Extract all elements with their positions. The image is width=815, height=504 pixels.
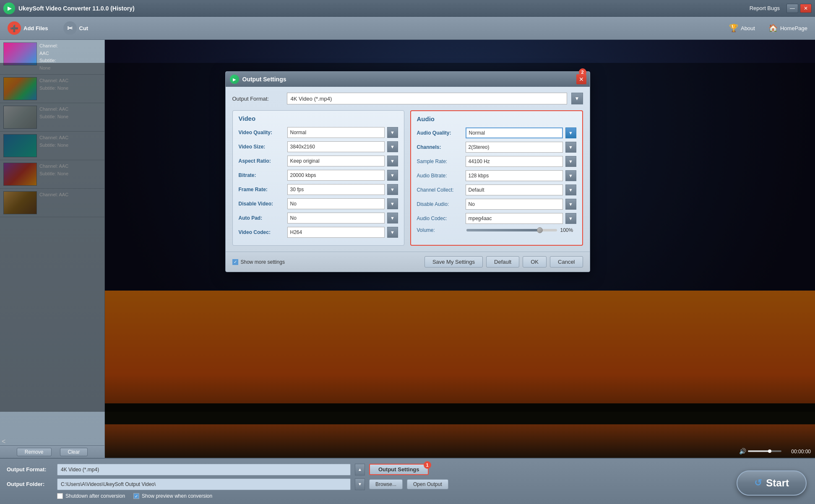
audio-quality-label: Audio Quality: xyxy=(417,130,463,136)
audio-quality-arrow[interactable]: ▼ xyxy=(565,127,576,138)
open-output-button[interactable]: Open Output xyxy=(407,479,448,489)
dialog-footer-buttons: Save My Settings Default OK Cancel xyxy=(424,256,583,268)
cancel-button[interactable]: Cancel xyxy=(550,256,583,268)
ok-button[interactable]: OK xyxy=(523,256,547,268)
audio-bitrate-select[interactable] xyxy=(466,170,563,181)
file-thumbnail xyxy=(3,42,37,65)
homepage-label: HomePage xyxy=(780,25,807,31)
shutdown-checkbox-item[interactable]: Shutdown after conversion xyxy=(57,493,125,499)
output-settings-badge: 1 xyxy=(424,461,431,469)
dialog-logo: ▶ xyxy=(230,75,239,84)
autopad-label: Auto Pad: xyxy=(239,215,285,221)
disable-audio-label: Disable Audio: xyxy=(417,201,463,207)
channel-collect-select[interactable] xyxy=(466,184,563,195)
output-settings-button[interactable]: Output Settings 1 xyxy=(369,464,429,475)
video-size-select[interactable] xyxy=(287,141,385,152)
output-format-bottom-arrow[interactable]: ▲ xyxy=(355,464,365,475)
video-size-arrow[interactable]: ▼ xyxy=(387,141,398,152)
show-preview-checkbox-item[interactable]: Show preview when conversion xyxy=(133,493,212,499)
output-folder-input[interactable] xyxy=(57,478,351,490)
sample-rate-select[interactable] xyxy=(466,156,563,167)
cut-button[interactable]: ✂ Cut xyxy=(60,20,92,36)
show-more-checkbox[interactable] xyxy=(232,259,238,265)
report-bugs-label: Report Bugs xyxy=(750,5,780,11)
volume-label: Volume: xyxy=(417,227,463,233)
output-format-bottom-label: Output Format: xyxy=(7,466,53,473)
video-quality-row: Video Quality: ▼ xyxy=(239,127,398,138)
output-folder-row: Output Folder: ▼ Browse... Open Output xyxy=(7,478,808,490)
video-panel: Video Video Quality: ▼ Video Size: ▼ xyxy=(232,110,404,246)
disable-audio-arrow[interactable]: ▼ xyxy=(565,199,576,210)
bitrate-select[interactable] xyxy=(287,170,385,181)
remove-button[interactable]: Remove xyxy=(17,448,52,456)
audio-quality-select[interactable] xyxy=(466,127,563,138)
shutdown-checkbox[interactable] xyxy=(57,493,63,499)
framerate-arrow[interactable]: ▼ xyxy=(387,184,398,195)
audio-codec-label: Audio Codec: xyxy=(417,216,463,221)
video-quality-select[interactable] xyxy=(287,127,385,138)
autopad-arrow[interactable]: ▼ xyxy=(387,213,398,223)
app-title: UkeySoft Video Converter 11.0.0 (History… xyxy=(18,5,135,12)
clear-button[interactable]: Clear xyxy=(60,448,88,456)
disable-video-arrow[interactable]: ▼ xyxy=(387,198,398,209)
aspect-ratio-select[interactable] xyxy=(287,156,385,166)
output-format-select[interactable] xyxy=(287,93,567,104)
panels-row: Video Video Quality: ▼ Video Size: ▼ xyxy=(232,110,583,246)
channels-select[interactable] xyxy=(466,142,563,153)
show-more-settings[interactable]: Show more settings xyxy=(232,259,285,265)
start-button[interactable]: ↺ Start xyxy=(737,470,807,496)
video-quality-arrow[interactable]: ▼ xyxy=(387,127,398,138)
audio-codec-arrow[interactable]: ▼ xyxy=(565,213,576,224)
default-button[interactable]: Default xyxy=(486,256,519,268)
title-left: ▶ UkeySoft Video Converter 11.0.0 (Histo… xyxy=(3,3,135,14)
bitrate-arrow[interactable]: ▼ xyxy=(387,170,398,181)
disable-video-select[interactable] xyxy=(287,198,385,209)
cut-icon: ✂ xyxy=(63,21,77,35)
toolbar: ➕ Add Files ✂ Cut 🏆 About 🏠 HomePage xyxy=(0,17,815,40)
close-button[interactable]: ✕ xyxy=(800,4,812,13)
video-quality-label: Video Quality: xyxy=(239,130,285,135)
video-codec-arrow[interactable]: ▼ xyxy=(387,227,398,238)
output-folder-arrow[interactable]: ▼ xyxy=(355,478,365,490)
app-logo: ▶ xyxy=(3,3,15,14)
video-codec-label: Video Codec: xyxy=(239,229,285,235)
framerate-select[interactable] xyxy=(287,184,385,195)
disable-video-row: Disable Video: ▼ xyxy=(239,198,398,209)
preview-volume: 🔊 xyxy=(739,448,781,455)
channels-arrow[interactable]: ▼ xyxy=(565,142,576,153)
audio-bitrate-label: Audio Bitrate: xyxy=(417,173,463,179)
about-button[interactable]: 🏆 About xyxy=(726,22,758,34)
sample-rate-arrow[interactable]: ▼ xyxy=(565,156,576,167)
browse-button[interactable]: Browse... xyxy=(369,479,403,489)
volume-row: Volume: 100% xyxy=(417,227,576,233)
output-format-dropdown-arrow[interactable]: ▼ xyxy=(571,93,583,104)
main-area: Channel: AAC Subtitle: None Channel: AAC… xyxy=(0,40,815,458)
aspect-ratio-arrow[interactable]: ▼ xyxy=(387,156,398,166)
volume-track[interactable] xyxy=(466,229,557,231)
shutdown-label: Shutdown after conversion xyxy=(65,493,125,499)
volume-percent: 100% xyxy=(560,227,576,233)
channel-label: Channel: AAC xyxy=(39,42,58,57)
show-preview-checkbox[interactable] xyxy=(133,493,139,499)
add-files-button[interactable]: ➕ Add Files xyxy=(4,20,52,36)
start-label: Start xyxy=(766,477,789,489)
disable-audio-select[interactable] xyxy=(466,199,563,210)
channel-collect-arrow[interactable]: ▼ xyxy=(565,184,576,195)
volume-track-thumb xyxy=(537,227,543,233)
bottom-checkboxes: Shutdown after conversion Show preview w… xyxy=(7,493,808,499)
output-folder-label: Output Folder: xyxy=(7,481,53,487)
volume-slider[interactable] xyxy=(748,450,781,452)
autopad-select[interactable] xyxy=(287,213,385,223)
video-codec-select[interactable] xyxy=(287,227,385,238)
video-codec-row: Video Codec: ▼ xyxy=(239,227,398,238)
output-format-bottom-input[interactable] xyxy=(57,464,351,475)
framerate-row: Frame Rate: ▼ xyxy=(239,184,398,195)
disable-video-label: Disable Video: xyxy=(239,201,285,207)
volume-track-fill xyxy=(466,229,539,231)
start-icon: ↺ xyxy=(754,478,762,488)
audio-codec-select[interactable] xyxy=(466,213,563,224)
save-my-settings-button[interactable]: Save My Settings xyxy=(424,256,483,268)
homepage-button[interactable]: 🏠 HomePage xyxy=(765,22,811,34)
audio-bitrate-arrow[interactable]: ▼ xyxy=(565,170,576,181)
minimize-button[interactable]: — xyxy=(786,4,798,13)
